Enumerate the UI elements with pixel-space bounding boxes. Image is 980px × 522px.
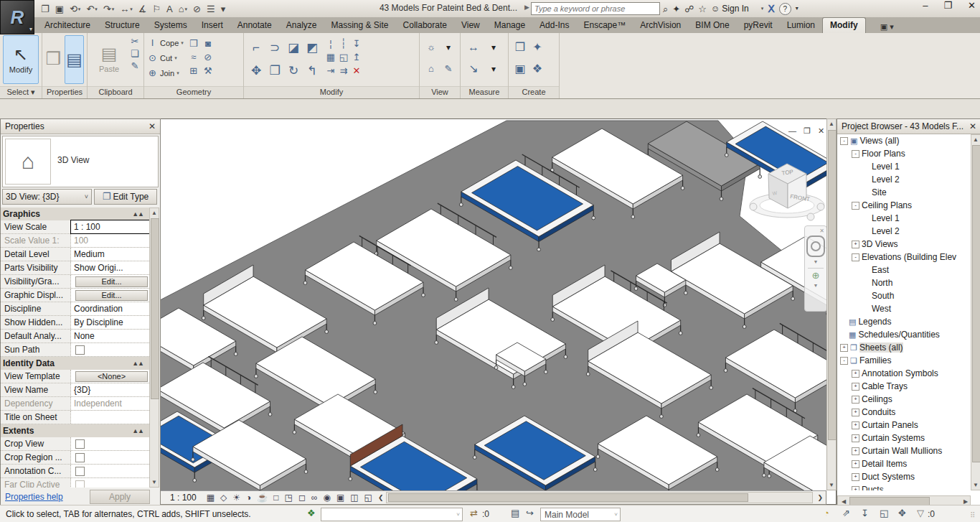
property-checkbox[interactable]: [75, 467, 85, 476]
mirror-draw-axis-icon[interactable]: ◩: [306, 43, 318, 53]
tree-item-floor-plans[interactable]: -Floor Plans: [837, 147, 971, 160]
reveal-hidden-icon[interactable]: ◉: [323, 493, 330, 502]
design-options-icon[interactable]: ▤: [511, 508, 519, 518]
tree-item-level-1[interactable]: Level 1: [837, 160, 971, 173]
panel-clipboard-label[interactable]: Clipboard: [88, 86, 143, 98]
align-icon[interactable]: ⌐: [253, 43, 260, 53]
close-icon[interactable]: ✕: [819, 228, 824, 234]
close-icon[interactable]: ✕: [969, 121, 976, 131]
sign-in-button[interactable]: ☺Sign In▾: [711, 4, 763, 14]
join-geometry-button[interactable]: ⊕Join▾: [147, 67, 179, 80]
search-icon[interactable]: ⌕: [663, 4, 668, 14]
tree-item-detail-items[interactable]: +Detail Items: [837, 457, 971, 470]
property-value[interactable]: Medium: [71, 248, 149, 261]
view-cube[interactable]: TOP FRONT W: [743, 154, 829, 225]
property-value[interactable]: [71, 478, 149, 488]
minimize-button[interactable]: –: [923, 0, 928, 11]
viewport-horizontal-scrollbar[interactable]: [386, 492, 813, 503]
tree-item-sheets-all-[interactable]: +❐Sheets (all): [837, 341, 971, 354]
scroll-right-icon[interactable]: ❯: [817, 494, 823, 501]
property-value[interactable]: None: [71, 330, 149, 342]
property-edit-button[interactable]: Edit...: [75, 290, 148, 301]
property-value[interactable]: [71, 411, 149, 424]
property-value[interactable]: Show Origi...: [71, 261, 149, 274]
temporary-view-properties-icon[interactable]: ▣: [336, 493, 344, 502]
render-icon[interactable]: ⌂: [428, 64, 434, 74]
expand-icon[interactable]: +: [852, 241, 859, 248]
tab-architecture[interactable]: Architecture: [37, 18, 98, 33]
property-checkbox[interactable]: [75, 439, 85, 449]
rendering-dialog-icon[interactable]: ☕: [257, 493, 268, 502]
tree-item-curtain-systems[interactable]: +Curtain Systems: [837, 432, 971, 444]
tree-item-cable-trays[interactable]: +Cable Trays: [837, 380, 971, 393]
view-minimize-button[interactable]: —: [788, 126, 796, 136]
measure-icon[interactable]: ↔▾: [118, 4, 135, 14]
save-icon[interactable]: ▣: [53, 4, 66, 14]
property-value[interactable]: Edit...: [71, 289, 149, 302]
tree-item-ceilings[interactable]: +Ceilings: [837, 393, 971, 406]
trim-single-icon[interactable]: ⇥: [327, 66, 335, 76]
tree-item-duct-systems[interactable]: +Duct Systems: [837, 470, 971, 483]
editing-requests-icon[interactable]: ⇄: [470, 508, 478, 518]
expand-icon[interactable]: +: [852, 434, 859, 442]
help-search-box[interactable]: [531, 2, 660, 15]
expand-icon[interactable]: +: [852, 486, 859, 491]
collapse-icon[interactable]: -: [852, 202, 859, 210]
steering-wheel-icon[interactable]: [806, 236, 825, 257]
collapse-chevron-icon[interactable]: ▲▲: [132, 357, 143, 370]
section-icon[interactable]: ⊘: [191, 4, 203, 14]
tree-item-legends[interactable]: ▤Legends: [837, 315, 971, 328]
undo-icon[interactable]: ↶▾: [84, 4, 99, 14]
chevron-down-icon[interactable]: ▾: [491, 42, 496, 52]
expand-icon[interactable]: +: [852, 396, 859, 404]
tab-enscape-[interactable]: Enscape™: [576, 18, 633, 33]
exchange-apps-icon[interactable]: ✦: [672, 4, 680, 14]
property-value[interactable]: [71, 437, 149, 450]
chevron-down-icon[interactable]: ▾: [491, 64, 496, 74]
expand-icon[interactable]: +: [852, 383, 859, 391]
tab-add-ins[interactable]: Add-Ins: [532, 18, 576, 33]
visual-style-icon[interactable]: ◇: [220, 493, 227, 502]
cut-to-clipboard-icon[interactable]: ✂: [131, 37, 138, 47]
favorites-icon[interactable]: ☆: [698, 4, 707, 14]
lock-view-icon[interactable]: ◻: [298, 493, 306, 502]
navigation-bar[interactable]: ✕ ▼ ⊕ ▼: [804, 225, 827, 312]
crop-view-icon[interactable]: □: [273, 493, 278, 502]
expand-icon[interactable]: +: [852, 370, 859, 378]
tree-item-north[interactable]: North: [837, 276, 971, 289]
panel-properties-label[interactable]: Properties: [42, 86, 87, 98]
cope-button[interactable]: ICope▾: [147, 37, 184, 50]
tree-item-west[interactable]: West: [837, 302, 971, 315]
property-value[interactable]: Independent: [71, 397, 149, 410]
scale-icon[interactable]: ◱: [339, 52, 348, 62]
view-restore-button[interactable]: ❐: [804, 126, 811, 136]
worksharing-display-icon[interactable]: ◫: [350, 493, 358, 502]
active-workset-select[interactable]: ˅: [321, 508, 463, 521]
collapse-icon[interactable]: -: [852, 150, 859, 158]
tree-item-curtain-wall-mullions[interactable]: +Curtain Wall Mullions: [837, 444, 971, 457]
tree-item-south[interactable]: South: [837, 289, 971, 302]
tree-item-ducts[interactable]: +Ducts: [837, 483, 971, 490]
thin-lines-icon[interactable]: ☰: [204, 4, 217, 14]
tree-item-3d-views[interactable]: +3D Views: [837, 238, 971, 251]
paint-icon[interactable]: ◙: [205, 39, 211, 49]
property-edit-button[interactable]: <None>: [75, 371, 148, 382]
panel-measure-label[interactable]: Measure: [461, 86, 508, 98]
edit-type-button[interactable]: ❐ Edit Type: [94, 189, 157, 205]
viewport-vertical-scrollbar[interactable]: ▲ ▼: [826, 118, 837, 490]
panel-select-label[interactable]: Select ▾: [0, 86, 42, 98]
property-value[interactable]: 1 : 100: [71, 220, 149, 233]
tab-systems[interactable]: Systems: [147, 18, 194, 33]
tree-item-elevations-building-elev[interactable]: -Elevations (Building Elev: [837, 251, 971, 264]
scroll-left-icon[interactable]: ◀: [839, 498, 848, 505]
trim-extend-corner-icon[interactable]: ↰: [307, 66, 317, 76]
split-element-icon[interactable]: ¦: [329, 39, 331, 49]
tab-analyze[interactable]: Analyze: [279, 18, 324, 33]
properties-toggle-icon[interactable]: ❒: [45, 35, 62, 83]
property-group-extents[interactable]: Extents▲▲: [1, 424, 149, 437]
property-value[interactable]: [71, 465, 149, 477]
scroll-right-icon[interactable]: ▶: [961, 498, 970, 505]
tab-massing-site[interactable]: Massing & Site: [324, 18, 396, 33]
properties-title-bar[interactable]: Properties ✕: [1, 119, 160, 134]
tab-collaborate[interactable]: Collaborate: [396, 18, 454, 33]
